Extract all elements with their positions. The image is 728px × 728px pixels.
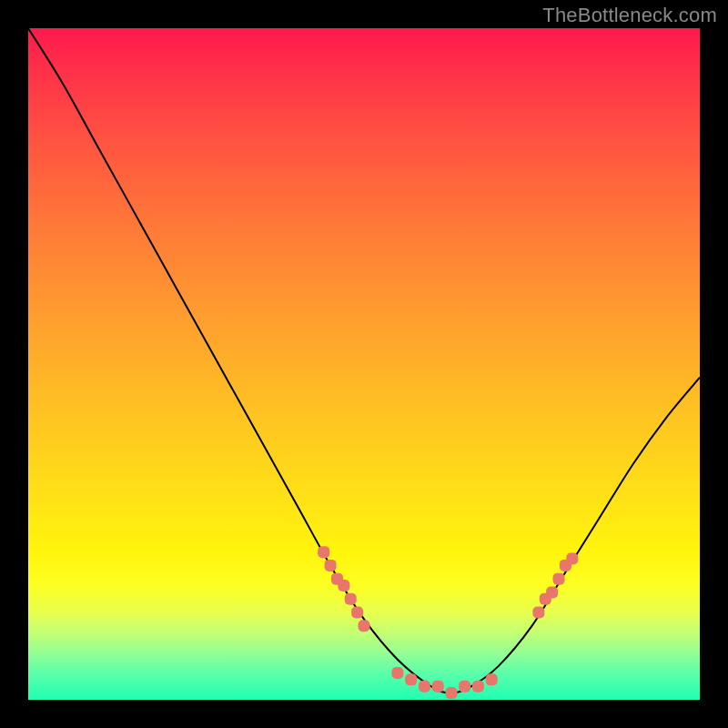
marker-point <box>325 560 337 571</box>
watermark-text: TheBottleneck.com <box>542 4 717 27</box>
curve-layer <box>28 28 700 700</box>
chart-container: TheBottleneck.com <box>0 0 728 728</box>
marker-point <box>459 681 470 693</box>
plot-area <box>28 28 700 700</box>
marker-point <box>419 681 430 693</box>
marker-points <box>318 546 578 699</box>
marker-point <box>391 667 403 679</box>
marker-point <box>338 580 349 592</box>
marker-point <box>546 586 558 598</box>
marker-point <box>532 607 544 619</box>
marker-point <box>472 681 484 693</box>
curve-line <box>28 28 700 693</box>
marker-point <box>486 673 498 685</box>
marker-point <box>553 573 565 585</box>
marker-point <box>318 546 329 558</box>
marker-point <box>405 673 417 685</box>
marker-point <box>359 620 370 632</box>
curve-path <box>28 28 700 693</box>
marker-point <box>566 553 578 565</box>
marker-point <box>432 681 444 693</box>
marker-point <box>445 687 457 699</box>
marker-point <box>345 593 357 605</box>
marker-point <box>351 607 363 619</box>
